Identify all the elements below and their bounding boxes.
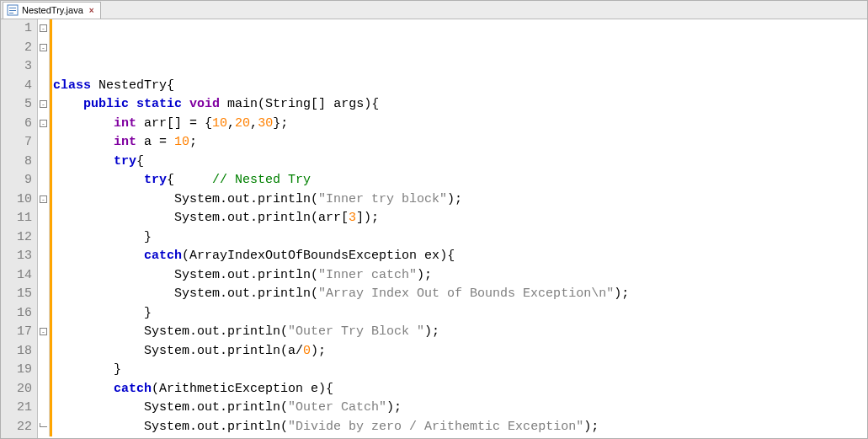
fold-toggle-icon[interactable]: -: [40, 24, 47, 32]
code-line[interactable]: System.out.println("Outer Try Block ");: [53, 323, 867, 342]
code-line[interactable]: int arr[] = {10,20,30};: [53, 115, 867, 134]
code-area[interactable]: class NestedTry{ public static void main…: [50, 19, 867, 438]
fold-toggle-icon[interactable]: -: [40, 195, 47, 203]
code-line[interactable]: System.out.println(a/0);: [53, 342, 867, 361]
line-number: 3: [1, 57, 32, 77]
code-line[interactable]: System.out.println(arr[3]);: [53, 209, 867, 228]
code-line[interactable]: }: [53, 436, 867, 438]
fold-toggle-icon[interactable]: -: [40, 328, 47, 335]
tab-filename: NestedTry.java: [22, 5, 83, 15]
line-number: 16: [1, 304, 32, 324]
line-number: 15: [1, 285, 32, 304]
line-number: 18: [1, 342, 32, 361]
line-number: 22: [1, 418, 32, 437]
line-number: 12: [1, 228, 32, 248]
line-number: 20: [1, 380, 32, 399]
code-line[interactable]: try{ // Nested Try: [53, 171, 867, 190]
line-number: 21: [1, 399, 32, 418]
line-number: 17: [1, 323, 32, 342]
line-number: 19: [1, 361, 32, 380]
line-number: 14: [1, 266, 32, 286]
line-number: 4: [1, 77, 32, 96]
line-number: 11: [1, 209, 32, 228]
line-number: 10: [1, 190, 32, 210]
fold-gutter[interactable]: ------: [38, 19, 50, 436]
line-number: 1: [1, 19, 32, 39]
line-number: 7: [1, 133, 32, 153]
code-line[interactable]: catch(ArithmeticException e){: [53, 380, 867, 399]
code-line[interactable]: }: [53, 228, 867, 248]
line-number: 8: [1, 153, 32, 172]
line-number: 6: [1, 115, 32, 134]
file-tab[interactable]: NestedTry.java ×: [3, 2, 101, 19]
svg-rect-1: [9, 8, 16, 8]
code-line[interactable]: int a = 10;: [53, 133, 867, 153]
code-line[interactable]: System.out.println("Divide by zero / Ari…: [53, 418, 867, 437]
code-line[interactable]: System.out.println("Array Index Out of B…: [53, 285, 867, 304]
code-line[interactable]: try{: [53, 153, 867, 172]
change-marker: [50, 19, 52, 436]
code-line[interactable]: System.out.println("Inner catch");: [53, 266, 867, 286]
fold-end-icon: [40, 423, 47, 427]
code-line[interactable]: class NestedTry{: [53, 77, 867, 96]
code-line[interactable]: }: [53, 304, 867, 324]
line-number: 2: [1, 39, 32, 58]
close-tab-icon[interactable]: ×: [87, 5, 97, 15]
editor-window: NestedTry.java × 12345678910111213141516…: [0, 0, 868, 439]
svg-rect-3: [9, 13, 13, 13]
editor-body: 12345678910111213141516171819202122 ----…: [1, 19, 867, 438]
line-number: 5: [1, 95, 32, 115]
svg-rect-2: [9, 10, 16, 11]
fold-toggle-icon[interactable]: -: [40, 100, 47, 108]
code-line[interactable]: public static void main(String[] args){: [53, 95, 867, 115]
fold-toggle-icon[interactable]: -: [40, 120, 47, 127]
fold-toggle-icon[interactable]: -: [40, 44, 47, 51]
code-line[interactable]: System.out.println("Inner try block");: [53, 190, 867, 210]
code-line[interactable]: }: [53, 361, 867, 380]
code-line[interactable]: catch(ArrayIndexOutOfBoundsException ex)…: [53, 247, 867, 266]
java-file-icon: [7, 4, 19, 16]
line-number: 9: [1, 171, 32, 190]
line-number: 13: [1, 247, 32, 266]
tab-bar: NestedTry.java ×: [1, 1, 867, 19]
line-number-gutter[interactable]: 12345678910111213141516171819202122: [1, 19, 38, 438]
code-line[interactable]: System.out.println("Outer Catch");: [53, 399, 867, 418]
